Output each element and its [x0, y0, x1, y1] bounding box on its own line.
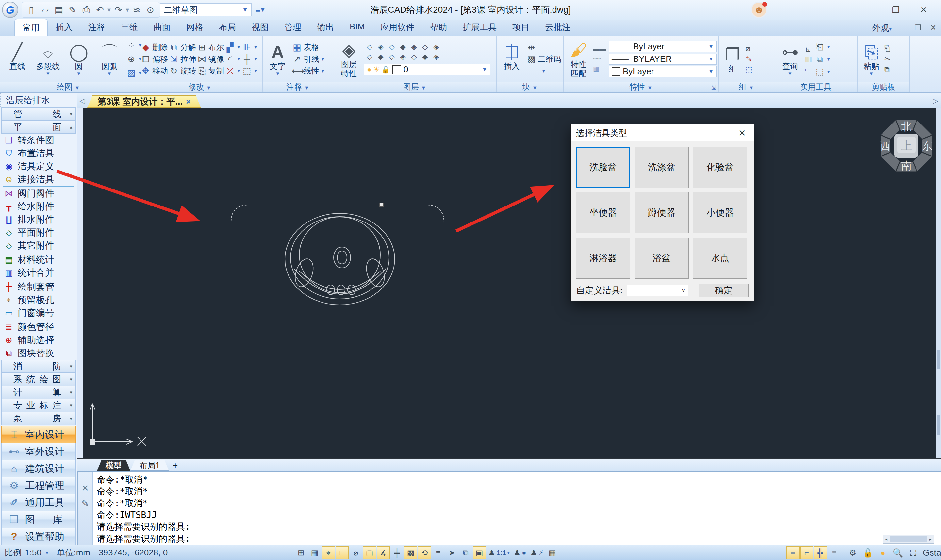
- layer-tool-icon-13[interactable]: ◈: [431, 52, 442, 62]
- selection-grip[interactable]: [380, 203, 384, 207]
- sidebar-item-阀门阀件[interactable]: ⋈阀门阀件: [0, 187, 77, 200]
- fixture-button-蹲便器[interactable]: 蹲便器: [635, 192, 689, 233]
- angle-snap-icon[interactable]: ∡: [377, 546, 390, 559]
- pipe-cross-toggle-icon[interactable]: ╬: [814, 546, 827, 559]
- sidebar-section-管线[interactable]: 管 线▾: [1, 108, 76, 120]
- layer-tool-icon-9[interactable]: ◇: [386, 52, 397, 62]
- grid-display-icon[interactable]: ▦: [308, 546, 321, 559]
- chevron-down-icon[interactable]: ▾: [126, 6, 129, 14]
- ribbon-tab-视图[interactable]: 视图: [244, 19, 277, 36]
- group-tool[interactable]: ❐ 组: [722, 45, 743, 74]
- quick-properties-icon[interactable]: ⧉: [459, 546, 472, 559]
- sidebar-item-排水附件[interactable]: ∐排水附件: [0, 213, 77, 226]
- polar-tracking-icon[interactable]: ⌀: [349, 546, 362, 559]
- edit-command-icon[interactable]: ✎: [81, 498, 89, 509]
- module-button-设置帮助[interactable]: ?设置帮助: [1, 528, 76, 545]
- ribbon-tab-云批注[interactable]: 云批注: [537, 19, 578, 36]
- ribbon-tab-项目[interactable]: 项目: [504, 19, 537, 36]
- sidebar-section-消防[interactable]: 消 防▾: [1, 360, 76, 373]
- annotation-visibility-icon[interactable]: ♟●: [512, 546, 528, 559]
- custom-fixture-select[interactable]: ˅: [627, 285, 688, 296]
- measure-tool[interactable]: ⊶ 查询▼: [778, 42, 803, 76]
- module-button-通用工具[interactable]: ✐通用工具: [1, 494, 76, 511]
- command-history[interactable]: 命令:*取消*命令:*取消*命令:*取消*命令:IWTSBJJ请选择需要识别的器…: [93, 472, 941, 532]
- module-button-室外设计[interactable]: ⊷室外设计: [1, 443, 76, 460]
- scroll-thumb[interactable]: [890, 536, 927, 542]
- ribbon-tab-注释[interactable]: 注释: [80, 19, 113, 36]
- lineweight-toggle-icon[interactable]: ≡: [828, 546, 841, 559]
- paste-tool[interactable]: ⎘ 粘贴▼: [861, 42, 882, 76]
- leader-tool[interactable]: ↗引线▼: [292, 54, 325, 65]
- module-button-工程管理[interactable]: ⚙工程管理: [1, 477, 76, 494]
- dialog-launcher-icon[interactable]: ⇲: [711, 84, 716, 91]
- ribbon-tab-应用软件[interactable]: 应用软件: [372, 19, 422, 36]
- ribbon-tab-输出[interactable]: 输出: [309, 19, 342, 36]
- rotate-tool[interactable]: ↻旋转: [169, 65, 196, 77]
- chevron-down-icon[interactable]: ▾: [108, 6, 111, 14]
- fullscreen-icon[interactable]: ⛶: [906, 548, 919, 558]
- sidebar-item-洁具定义[interactable]: ◉洁具定义: [0, 160, 77, 173]
- layer-tool-icon-1[interactable]: ◈: [375, 43, 386, 52]
- hardware-search-icon[interactable]: 🔍: [891, 548, 904, 558]
- hatch-display-icon[interactable]: ▩: [404, 546, 417, 559]
- move-tool[interactable]: ✥移动: [140, 65, 168, 77]
- fixture-button-淋浴器[interactable]: 淋浴器: [576, 237, 630, 279]
- scale-tool[interactable]: ⬚▼: [242, 65, 258, 77]
- fixture-button-坐便器[interactable]: 坐便器: [576, 192, 630, 233]
- layer-tool-icon-10[interactable]: ◈: [397, 52, 408, 62]
- redo-button[interactable]: ↷: [111, 3, 125, 17]
- command-prompt-row[interactable]: 请选择需要识别的器具: ◂ ▸: [93, 532, 941, 545]
- erase-tool[interactable]: ◆删除: [140, 42, 168, 53]
- layer-tool-icon-3[interactable]: ◆: [397, 43, 408, 52]
- ribbon-tab-常用[interactable]: 常用: [14, 19, 48, 36]
- module-button-室内设计[interactable]: ⌶室内设计: [1, 426, 76, 443]
- snap-tracking-icon[interactable]: ╪: [391, 546, 403, 559]
- quick-select-tool[interactable]: ⬚▼: [815, 66, 831, 77]
- ok-button[interactable]: 确定: [699, 284, 749, 297]
- layer-properties-tool[interactable]: ◈ 图层 特性: [337, 40, 361, 78]
- document-tab-close-icon[interactable]: ×: [186, 97, 191, 107]
- color-grid-icon[interactable]: ▦: [593, 65, 606, 72]
- open-file-button[interactable]: ▱: [38, 3, 52, 17]
- pipe-corner-toggle-icon[interactable]: ⌐: [800, 546, 813, 559]
- cut-icon[interactable]: ✂: [884, 55, 890, 63]
- selection-preview-icon[interactable]: ▣: [473, 546, 486, 559]
- layer-tool-icon-6[interactable]: ◈: [431, 43, 442, 52]
- sidebar-item-其它附件[interactable]: ⬦其它附件: [0, 239, 77, 252]
- fixture-button-水点[interactable]: 水点: [693, 237, 747, 279]
- drag-handle-icon[interactable]: ⋯⋯: [81, 474, 90, 478]
- sidebar-section-泵房[interactable]: 泵 房▾: [1, 412, 76, 425]
- copy-clip-icon[interactable]: ⎗: [884, 45, 890, 53]
- view-compass[interactable]: 上 北 南 西 东: [880, 120, 932, 172]
- group-select-icon[interactable]: ⬚: [746, 65, 752, 74]
- layer-tool-icon-11[interactable]: ◇: [408, 52, 420, 62]
- group-edit-icon[interactable]: ✎: [746, 55, 752, 63]
- layer-tool-icon-8[interactable]: ◆: [375, 52, 386, 62]
- layer-tool-icon-2[interactable]: ◇: [386, 43, 397, 52]
- tab-scroll-left-icon[interactable]: ◁: [77, 97, 87, 108]
- ribbon-tab-布局[interactable]: 布局: [211, 19, 244, 36]
- lineweight-select[interactable]: ——ByLayer▼: [609, 41, 717, 52]
- comment-button[interactable]: ⊙: [143, 3, 157, 17]
- ribbon-tab-插入[interactable]: 插入: [48, 19, 80, 36]
- ribbon-tab-扩展工具[interactable]: 扩展工具: [455, 19, 504, 36]
- panel-group-label[interactable]: 组 ▼: [719, 82, 774, 92]
- fillet-tool[interactable]: ◜▼: [225, 54, 241, 65]
- lineweight-icon[interactable]: ▬▬: [593, 45, 606, 53]
- trim-tool[interactable]: ┼▼: [242, 54, 258, 65]
- block-more[interactable]: ▼: [526, 65, 561, 77]
- arc-tool[interactable]: ⌒ 圆弧▼: [95, 42, 123, 76]
- panel-utils-label[interactable]: 实用工具: [774, 82, 857, 92]
- layer-tool-icon-7[interactable]: ◇: [364, 52, 375, 62]
- panel-properties-label[interactable]: 特性 ▼: [564, 82, 718, 92]
- align-tool[interactable]: ⊪▼: [242, 42, 258, 53]
- fixture-button-化验盆[interactable]: 化验盆: [693, 147, 747, 188]
- layer-tool-icon-0[interactable]: ◇: [364, 43, 375, 52]
- sidebar-item-门窗编号[interactable]: ▭门窗编号: [0, 306, 77, 320]
- layer-states-button[interactable]: ≋: [130, 3, 143, 17]
- ribbon-tab-曲面[interactable]: 曲面: [146, 19, 178, 36]
- copy-base-icon[interactable]: ⧉: [884, 65, 890, 74]
- sidebar-item-辅助选择[interactable]: ⊕辅助选择: [0, 334, 77, 347]
- boolean-tool[interactable]: ⊞布尔: [197, 42, 224, 53]
- doc-minimize-button[interactable]: ─: [900, 23, 906, 32]
